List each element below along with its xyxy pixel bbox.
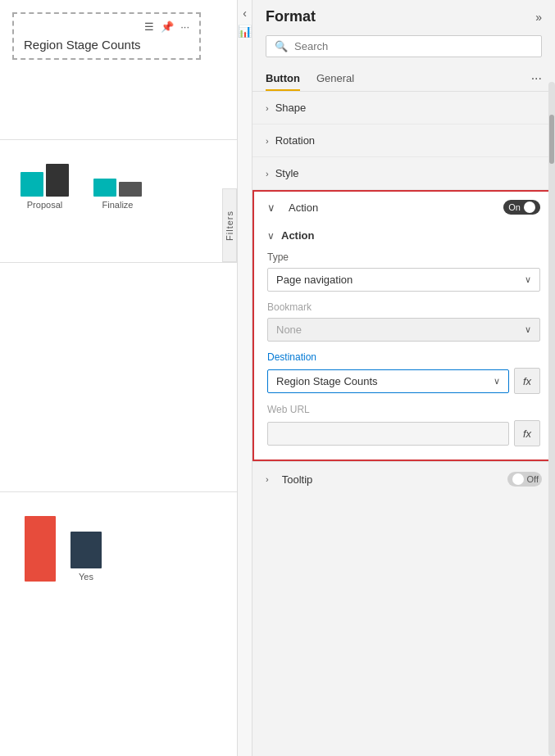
sections-list: › Shape › Rotation › Style ∨ Action O <box>252 92 555 756</box>
chevron-action-icon: ∨ <box>267 201 275 214</box>
bar-label-yes: Yes <box>79 572 93 582</box>
bar-yes-red <box>25 516 56 582</box>
widget-box: ☰ 📌 ··· Region Stage Counts <box>12 12 201 60</box>
section-rotation-label: Rotation <box>275 134 315 147</box>
bar-group-finalize: Finalize <box>93 179 142 210</box>
bar-group-yes-red <box>25 516 56 582</box>
bar-proposal-dark <box>46 164 69 197</box>
type-dropdown[interactable]: Page navigation ∨ <box>267 268 540 292</box>
bar-finalize-teal <box>93 179 116 197</box>
scrollbar[interactable] <box>548 82 555 756</box>
pin-icon[interactable]: 📌 <box>161 20 174 33</box>
action-sub-label: Action <box>281 229 314 242</box>
bar-proposal-teal <box>20 172 43 197</box>
bookmark-dropdown-chevron-icon: ∨ <box>525 324 531 335</box>
action-toggle[interactable]: On <box>503 200 540 215</box>
hamburger-icon[interactable]: ☰ <box>144 20 154 33</box>
url-fx-button[interactable]: fx <box>514 420 540 446</box>
bar-finalize-dark <box>119 182 142 197</box>
chevron-rotation-icon: › <box>266 136 269 146</box>
toggle-on-indicator: On <box>503 200 540 215</box>
action-header-left: ∨ Action <box>267 201 318 214</box>
tab-general[interactable]: General <box>316 66 354 91</box>
chart-area-1: Proposal Finalize <box>8 164 216 210</box>
tooltip-left: › Tooltip <box>266 473 312 486</box>
toggle-on-label: On <box>508 202 521 212</box>
sidebar-strip: ‹ 📊 <box>238 0 252 756</box>
search-input[interactable] <box>294 40 533 52</box>
chevron-action-sub-icon: ∨ <box>267 230 275 242</box>
tab-button[interactable]: Button <box>266 66 300 91</box>
action-section-header[interactable]: ∨ Action On <box>254 192 553 223</box>
tooltip-toggle-off[interactable]: Off <box>507 472 542 487</box>
toggle-circle <box>524 201 535 213</box>
chevron-shape-icon: › <box>266 103 269 113</box>
scrollbar-thumb[interactable] <box>549 115 554 164</box>
type-dropdown-chevron-icon: ∨ <box>525 274 531 285</box>
destination-dropdown-chevron-icon: ∨ <box>494 376 500 387</box>
section-shape-label: Shape <box>275 102 307 114</box>
bookmark-label: Bookmark <box>267 301 540 313</box>
divider-1 <box>0 139 237 140</box>
section-style[interactable]: › Style <box>252 157 555 190</box>
tooltip-toggle-circle <box>512 473 524 485</box>
fx-label-url: fx <box>523 428 531 440</box>
chart-area-2: Yes <box>8 516 216 582</box>
search-container: 🔍 <box>252 32 555 66</box>
section-rotation[interactable]: › Rotation <box>252 124 555 157</box>
format-expand-icon[interactable]: » <box>535 11 542 24</box>
widget-toolbar: ☰ 📌 ··· <box>24 20 189 33</box>
section-style-label: Style <box>275 167 299 179</box>
format-header: Format » <box>252 0 555 32</box>
action-body: ∨ Action Type Page navigation ∨ Bookmark… <box>254 223 553 459</box>
more-icon[interactable]: ··· <box>180 20 189 33</box>
section-shape[interactable]: › Shape <box>252 92 555 124</box>
destination-fx-button[interactable]: fx <box>514 368 540 394</box>
format-title: Format <box>266 8 316 25</box>
action-header-label: Action <box>289 201 318 214</box>
bar-yes-dark <box>71 532 102 568</box>
url-input[interactable] <box>267 422 509 446</box>
bar-group-proposal: Proposal <box>20 164 69 210</box>
left-panel: ☰ 📌 ··· Region Stage Counts Proposal <box>0 0 238 756</box>
widget-title: Region Stage Counts <box>24 38 189 52</box>
chevron-style-icon: › <box>266 169 269 179</box>
sidebar-back-icon[interactable]: ‹ <box>243 7 247 20</box>
action-section: ∨ Action On ∨ Action Type <box>252 190 555 461</box>
filters-label: Filters <box>225 211 234 241</box>
tooltip-toggle-label: Off <box>527 474 539 484</box>
url-label: Web URL <box>267 404 540 415</box>
tooltip-label: Tooltip <box>282 473 313 486</box>
destination-label: Destination <box>267 351 540 363</box>
tab-more-icon[interactable]: ··· <box>531 71 542 86</box>
sidebar-chart-icon[interactable]: 📊 <box>238 25 252 38</box>
destination-dropdown[interactable]: Region Stage Counts ∨ <box>267 369 509 393</box>
type-value: Page navigation <box>276 274 353 286</box>
filters-tab[interactable]: Filters <box>222 188 237 262</box>
bookmark-dropdown: None ∨ <box>267 318 540 342</box>
bookmark-value: None <box>276 324 302 336</box>
search-icon: 🔍 <box>275 40 288 52</box>
destination-row: Region Stage Counts ∨ fx <box>267 368 540 394</box>
fx-label-destination: fx <box>523 375 531 387</box>
right-panel: Format » 🔍 Button General ··· › Shape › … <box>252 0 555 756</box>
bar-label-proposal: Proposal <box>27 200 62 210</box>
destination-value: Region Stage Counts <box>276 375 378 387</box>
divider-3 <box>0 491 237 492</box>
search-box: 🔍 <box>266 35 542 57</box>
divider-2 <box>0 262 237 263</box>
tabs-row: Button General ··· <box>252 66 555 92</box>
chevron-tooltip-icon: › <box>266 474 269 484</box>
bar-group-yes-dark: Yes <box>71 532 102 582</box>
url-row: fx <box>267 420 540 446</box>
action-sub-header: ∨ Action <box>267 223 540 251</box>
bar-label-finalize: Finalize <box>102 200 134 210</box>
tooltip-section[interactable]: › Tooltip Off <box>252 461 555 496</box>
type-label: Type <box>267 251 540 263</box>
